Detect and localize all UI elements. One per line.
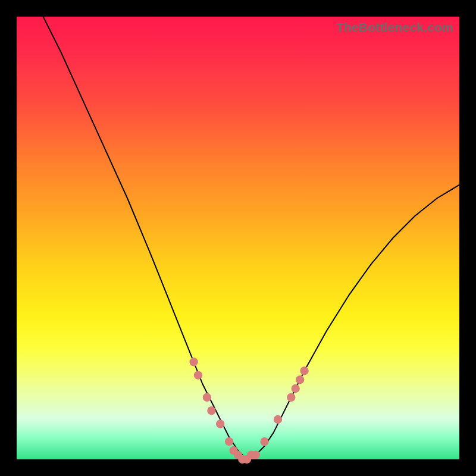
highlight-dot (296, 375, 304, 384)
highlight-dot (189, 358, 198, 366)
highlight-dot (274, 415, 282, 424)
highlight-dot (292, 384, 300, 393)
bottleneck-curve-path (43, 17, 459, 459)
highlight-dot (194, 371, 202, 379)
bottleneck-curve-svg (17, 17, 459, 459)
highlight-dot (252, 450, 260, 459)
highlight-dot (225, 437, 233, 446)
highlight-dot (287, 393, 295, 402)
highlight-dot (300, 367, 308, 375)
highlight-dot (207, 406, 215, 415)
chart-frame: TheBottleneck.com (0, 0, 476, 476)
highlight-dot (260, 437, 268, 446)
highlight-dot (216, 419, 224, 428)
plot-area: TheBottleneck.com (17, 17, 459, 459)
highlight-dot (203, 393, 211, 402)
